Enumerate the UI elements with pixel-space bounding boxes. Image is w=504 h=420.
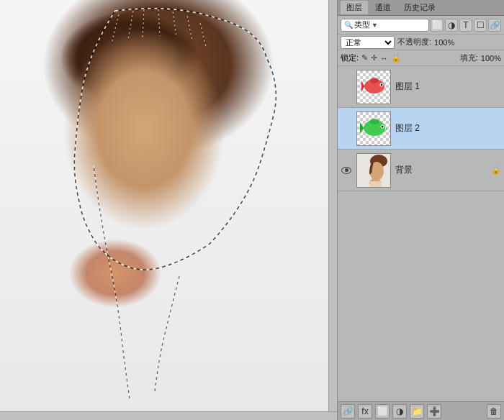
link-layers-btn[interactable]: 🔗 (341, 404, 355, 419)
lock-label: 锁定: (341, 52, 359, 63)
lock-pixels-icon[interactable]: ✎ (361, 53, 368, 63)
opacity-value[interactable]: 100% (434, 38, 454, 47)
type-search-box[interactable]: 🔍 类型 ▼ (341, 19, 429, 32)
lock-position-icon[interactable]: ✛ (371, 53, 377, 63)
svg-rect-14 (370, 181, 382, 188)
lock-row: 锁定: ✎ ✛ ↔ 🔒 填充: 100% (338, 50, 504, 66)
layer-2-name: 图层 2 (395, 122, 501, 134)
opacity-label: 不透明度: (397, 37, 431, 47)
filter-adjustment-btn[interactable]: ◑ (445, 19, 458, 32)
eye-icon (341, 167, 351, 174)
layer-styles-btn[interactable]: fx (358, 404, 372, 419)
filter-pixel-btn[interactable]: ⬜ (431, 19, 444, 32)
new-group-btn[interactable]: 📁 (410, 404, 424, 419)
filter-toolbar: 🔍 类型 ▼ ⬜ ◑ T ☐ 🔗 (338, 16, 504, 35)
layer-1-thumbnail (356, 70, 391, 104)
selection-overlay (0, 0, 328, 411)
vertical-scrollbar[interactable] (328, 0, 337, 420)
background-name: 背景 (395, 164, 487, 176)
svg-point-4 (381, 83, 383, 86)
lock-all-icon[interactable]: 🔒 (391, 53, 401, 63)
layer-1-name: 图层 1 (395, 81, 501, 93)
blend-mode-select[interactable]: 正常 (341, 36, 395, 49)
tab-channels[interactable]: 通道 (369, 1, 397, 14)
fill-value[interactable]: 100% (481, 54, 501, 63)
layer-item-1[interactable]: 图层 1 (338, 66, 504, 108)
fill-label: 填充: (460, 52, 478, 63)
search-icon: 🔍 (344, 21, 353, 29)
layer-2-thumbnail (356, 111, 391, 146)
layer-1-visibility[interactable] (341, 81, 352, 93)
svg-point-2 (370, 78, 379, 83)
background-lock-icon: 🔒 (491, 165, 501, 175)
panel-tab-bar: 图层 通道 历史记录 (338, 0, 504, 16)
opacity-control: 不透明度: 100% (397, 37, 501, 47)
layers-list: 图层 1 (338, 66, 504, 401)
layer-item-background[interactable]: 背景 🔒 (338, 150, 504, 191)
filter-smart-btn[interactable]: 🔗 (488, 19, 501, 32)
filter-shape-btn[interactable]: ☐ (474, 19, 487, 32)
tab-history[interactable]: 历史记录 (398, 1, 441, 14)
type-label: 类型 (354, 19, 370, 30)
svg-point-9 (382, 125, 384, 127)
filter-text-btn[interactable]: T (459, 19, 472, 32)
layer-2-visibility[interactable] (341, 123, 352, 134)
background-thumbnail (356, 153, 391, 188)
canvas-wrapper (0, 0, 328, 411)
new-layer-btn[interactable]: ➕ (427, 404, 441, 419)
lock-icons: ✎ ✛ ↔ 🔒 (361, 53, 401, 63)
dropdown-arrow: ▼ (372, 22, 378, 29)
portrait-canvas (0, 0, 328, 411)
background-visibility[interactable] (341, 165, 352, 176)
svg-point-7 (369, 119, 379, 124)
horizontal-scrollbar[interactable] (0, 411, 337, 420)
tab-layers[interactable]: 图层 (341, 1, 368, 14)
svg-marker-6 (360, 122, 364, 134)
layer-item-2[interactable]: 图层 2 (338, 108, 504, 150)
layers-bottom-toolbar: 🔗 fx ⬜ ◑ 📁 ➕ 🗑 (338, 401, 504, 420)
delete-layer-btn[interactable]: 🗑 (487, 404, 501, 419)
canvas-area (0, 0, 337, 420)
fish-green-icon (357, 112, 391, 146)
layer-mask-btn[interactable]: ⬜ (375, 404, 390, 419)
blend-opacity-row: 正常 不透明度: 100% (338, 35, 504, 50)
lock-artboard-icon[interactable]: ↔ (380, 54, 388, 63)
portrait-thumb-icon (357, 154, 391, 188)
fish-red-icon (357, 70, 391, 104)
adjustment-layer-btn[interactable]: ◑ (392, 404, 407, 419)
layers-panel: 图层 通道 历史记录 🔍 类型 ▼ ⬜ ◑ T ☐ 🔗 正常 不透明度: 100… (337, 0, 504, 420)
svg-marker-1 (361, 81, 364, 92)
